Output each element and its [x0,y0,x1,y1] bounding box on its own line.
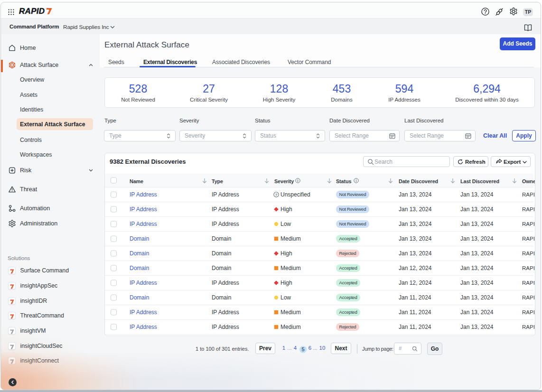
svg-text:?: ? [275,193,278,197]
